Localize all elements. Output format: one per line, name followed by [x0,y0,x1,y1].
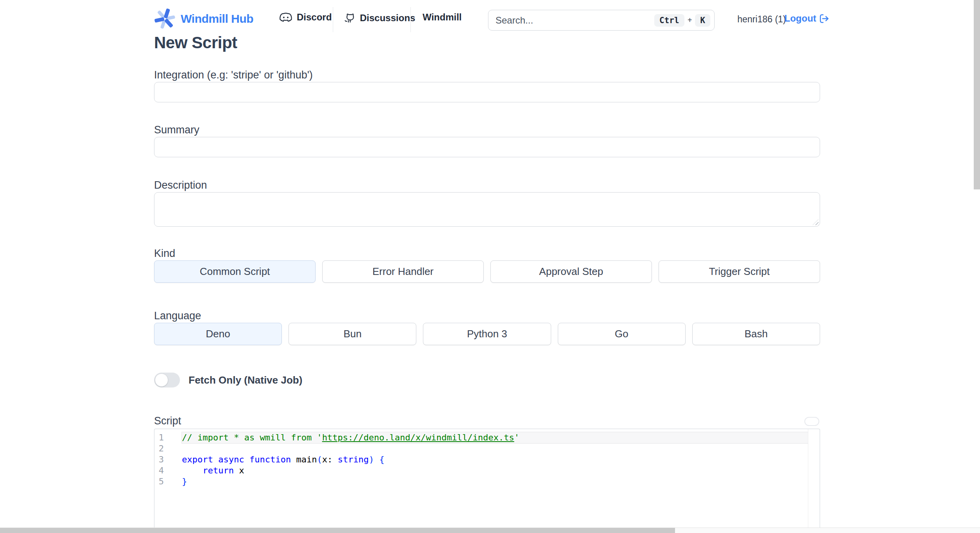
editor-scrollbar-divider [808,429,808,533]
language-option-bun[interactable]: Bun [289,323,416,345]
description-textarea[interactable] [154,192,820,227]
toggle-knob [155,373,168,387]
page: Windmill Hub Discord Discussio [0,0,980,533]
kind-option-trigger-script[interactable]: Trigger Script [659,260,820,283]
code-text: } [182,476,808,487]
line-number: 4 [154,465,182,476]
code-lines: 1// import * as wmill from 'https://deno… [154,432,820,487]
summary-input[interactable] [154,137,820,157]
kind-option-error-handler[interactable]: Error Handler [322,260,484,283]
horizontal-scrollbar[interactable] [0,528,980,533]
kind-label: Kind [154,247,820,260]
logout-icon [819,13,829,24]
kind-options: Common ScriptError HandlerApproval StepT… [154,260,820,283]
script-label: Script [154,415,181,427]
vertical-scrollbar-thumb[interactable] [974,0,980,189]
editor-toggle-pill[interactable] [804,417,819,426]
code-text: // import * as wmill from 'https://deno.… [182,432,808,443]
page-title: New Script [154,33,820,52]
code-line-2: 2 [154,443,820,454]
fetch-only-toggle[interactable] [154,373,180,387]
integration-input[interactable] [154,82,820,102]
vertical-scrollbar[interactable] [974,0,980,528]
line-number: 5 [154,476,182,487]
description-label: Description [154,179,820,191]
fetch-only-label: Fetch Only (Native Job) [189,374,302,386]
code-editor[interactable]: 1// import * as wmill from 'https://deno… [154,429,820,533]
language-label: Language [154,309,820,322]
code-text [182,443,808,454]
integration-label: Integration (e.g: 'stripe' or 'github') [154,69,820,81]
language-option-deno[interactable]: Deno [154,323,282,345]
code-text: return x [182,465,808,476]
language-option-bash[interactable]: Bash [692,323,820,345]
code-line-1: 1// import * as wmill from 'https://deno… [154,432,820,443]
code-text: export async function main(x: string) { [182,454,808,465]
code-line-4: 4 return x [154,465,820,476]
language-options: DenoBunPython 3GoBash [154,323,820,345]
line-number: 1 [154,432,182,443]
code-line-3: 3export async function main(x: string) { [154,454,820,465]
kind-option-approval-step[interactable]: Approval Step [490,260,652,283]
language-option-go[interactable]: Go [558,323,686,345]
code-line-5: 5} [154,476,820,487]
summary-label: Summary [154,124,820,136]
line-number: 2 [154,443,182,454]
kind-option-common-script[interactable]: Common Script [154,260,316,283]
line-number: 3 [154,454,182,465]
horizontal-scrollbar-thumb[interactable] [0,528,675,533]
language-option-python-3[interactable]: Python 3 [423,323,551,345]
main-content: New Script Integration (e.g: 'stripe' or… [154,0,820,533]
